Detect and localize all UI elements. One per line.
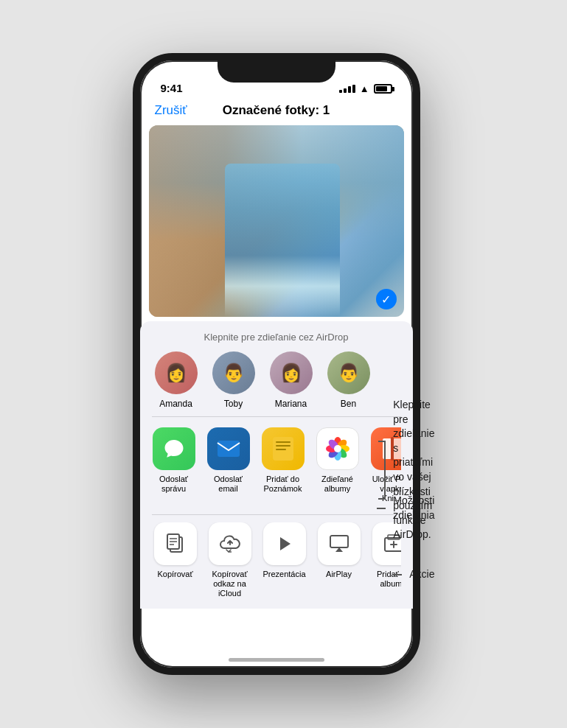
svg-rect-4 — [276, 449, 286, 450]
mail-icon — [207, 427, 250, 470]
avatar-toby: 👨 — [212, 351, 255, 394]
actions-section: Kopírovať Kopírovať odkaz na iCloud — [140, 515, 413, 609]
share-app-mail[interactable]: Odoslať email — [206, 427, 251, 504]
status-time: 9:41 — [161, 82, 183, 94]
avatar-mariana: 👩 — [270, 351, 313, 394]
svg-rect-3 — [276, 445, 291, 447]
slideshow-icon — [263, 522, 306, 565]
notes-icon — [262, 427, 305, 470]
airdrop-person-toby[interactable]: 👨 Toby — [212, 351, 255, 409]
avatar-amanda: 👩 — [155, 351, 198, 394]
navigation-bar: Zrušiť Označené fotky: 1 — [140, 97, 413, 125]
status-icons: ▲ — [339, 83, 392, 94]
messages-icon — [153, 427, 195, 470]
avatar-ben: 👨 — [327, 351, 370, 394]
sharing-annotation-text: Možnosti zdieľania — [393, 494, 434, 522]
svg-rect-24 — [330, 536, 348, 547]
cancel-button[interactable]: Zrušiť — [155, 103, 187, 118]
slideshow-label: Prezentácia — [262, 570, 305, 579]
actions-annotation-text: Akcie — [409, 567, 434, 582]
signal-icon — [339, 85, 355, 93]
airplay-icon — [318, 522, 361, 565]
share-app-photos[interactable]: Zdieľané albumy — [316, 427, 360, 504]
airdrop-title: Klepnite pre zdieľanie cez AirDrop — [152, 332, 401, 343]
action-airplay[interactable]: AirPlay — [316, 522, 363, 599]
checkmark-badge: ✓ — [376, 289, 397, 309]
action-copy-icloud[interactable]: Kopírovať odkaz na iCloud — [206, 522, 254, 599]
svg-rect-2 — [276, 441, 291, 443]
action-copy[interactable]: Kopírovať — [152, 522, 199, 599]
person-name-mariana: Mariana — [275, 399, 307, 409]
svg-point-13 — [334, 445, 341, 452]
sharing-apps-row: Odoslať správu Odoslať email — [152, 427, 401, 504]
sharing-section: Odoslať správu Odoslať email — [140, 417, 413, 514]
mail-label: Odoslať email — [206, 475, 251, 494]
airdrop-person-ben[interactable]: 👨 Ben — [327, 351, 370, 409]
svg-rect-0 — [218, 441, 240, 457]
share-app-messages[interactable]: Odoslať správu — [152, 427, 196, 504]
actions-annotation: Akcie — [393, 567, 434, 582]
airdrop-person-amanda[interactable]: 👩 Amanda — [155, 351, 198, 409]
airdrop-people: 👩 Amanda 👨 Toby 👩 Mari — [152, 351, 401, 409]
notes-label: Pridať do Poznámok — [261, 475, 305, 494]
home-indicator — [229, 658, 324, 662]
share-app-notes[interactable]: Pridať do Poznámok — [261, 427, 305, 504]
wifi-icon: ▲ — [360, 83, 369, 94]
copy-label: Kopírovať — [157, 570, 192, 579]
battery-icon — [374, 84, 392, 94]
copy-icloud-label: Kopírovať odkaz na iCloud — [206, 570, 254, 599]
svg-marker-23 — [280, 537, 291, 550]
share-sheet: Klepnite pre zdieľanie cez AirDrop 👩 Ama… — [140, 321, 413, 609]
photos-label: Zdieľané albumy — [316, 475, 360, 494]
photo-container: ✓ — [149, 125, 404, 317]
notch — [218, 60, 335, 83]
scene: 9:41 ▲ Zrušiť Označené fotky: 1 — [133, 53, 435, 675]
actions-grid: Kopírovať Kopírovať odkaz na iCloud — [152, 522, 401, 599]
copy-icloud-icon — [209, 522, 251, 565]
airdrop-section: Klepnite pre zdieľanie cez AirDrop 👩 Ama… — [140, 321, 413, 416]
action-slideshow[interactable]: Prezentácia — [261, 522, 308, 599]
person-name-ben: Ben — [341, 399, 356, 409]
airdrop-person-mariana[interactable]: 👩 Mariana — [270, 351, 313, 409]
sharing-annotation: Možnosti zdieľania — [377, 494, 434, 522]
photos-icon — [316, 427, 359, 470]
messages-label: Odoslať správu — [152, 475, 196, 494]
person-name-toby: Toby — [224, 399, 243, 409]
airplay-label: AirPlay — [326, 570, 352, 579]
photo-image — [149, 125, 404, 317]
copy-icon — [154, 522, 197, 565]
phone-frame: 9:41 ▲ Zrušiť Označené fotky: 1 — [133, 53, 420, 675]
person-name-amanda: Amanda — [159, 399, 192, 409]
nav-title: Označené fotky: 1 — [223, 103, 330, 118]
